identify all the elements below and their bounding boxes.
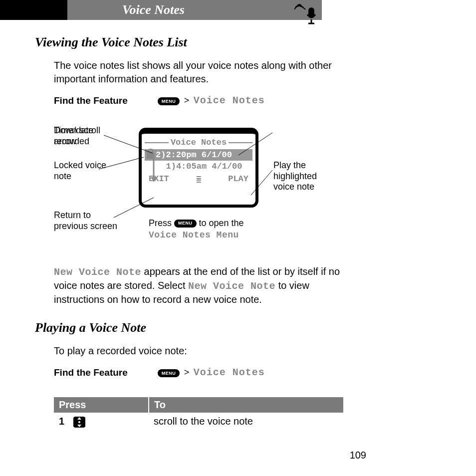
col-press: Press (54, 397, 149, 413)
new-voice-note-term2: New Voice Note (188, 280, 275, 292)
step-description: scroll to the voice note (149, 413, 343, 431)
screen-row2: 1)4:05am 4/1/00 (156, 161, 252, 172)
find-feature-label-2: Find the Feature (54, 367, 128, 378)
callout-play: Play the highlighted voice note (273, 160, 338, 193)
screen-title-row: Voice Notes (145, 138, 252, 147)
new-voice-note-term1: New Voice Note (54, 266, 141, 278)
intro-paragraph: The voice notes list shows all your voic… (54, 59, 338, 86)
path-separator-2: > (184, 367, 190, 377)
screen-row1-text: 2)2:20pm 6/1/00 (156, 150, 232, 160)
menu-caption: Press MENU to open the Voice Notes Menu (149, 218, 244, 241)
scroll-key-icon (73, 417, 85, 428)
col-to: To (149, 397, 343, 413)
callout-return: Return to previous screen (54, 210, 124, 232)
path-text-2: Voice Notes (194, 367, 265, 378)
menu-key-icon-inline: MENU (174, 220, 197, 228)
page-header-title: Voice Notes (122, 2, 185, 17)
new-voice-note-paragraph: New Voice Note appears at the end of the… (54, 265, 343, 306)
callout-locked: Locked voice note (54, 160, 109, 182)
playing-intro: To play a recorded voice note: (54, 344, 338, 358)
find-feature-label: Find the Feature (54, 95, 128, 106)
phone-screen: Voice Notes 2)2:20pm 6/1/00 1)4:05am 4/1… (139, 128, 258, 208)
find-feature-row-2: Find the Feature MENU > Voice Notes (54, 367, 436, 378)
screen-title: Voice Notes (171, 138, 227, 147)
header-black-block (0, 0, 67, 20)
path-separator: > (184, 95, 190, 105)
press-suffix: to open the (199, 218, 244, 228)
section-heading-viewing: Viewing the Voice Notes List (35, 35, 436, 50)
lock-icon (147, 152, 154, 159)
microphone-signal-icon (294, 2, 319, 29)
page-number: 109 (350, 450, 366, 461)
softkey-play: PLAY (228, 174, 248, 185)
menu-key-icon-2: MENU (158, 369, 180, 377)
press-prefix: Press (149, 218, 174, 228)
menu-path: MENU > Voice Notes (158, 95, 265, 106)
step-number: 1 (59, 416, 64, 427)
path-text: Voice Notes (194, 95, 265, 106)
procedure-table: Press To 1 scroll to the voice note (54, 397, 343, 431)
screen-row-highlighted: 2)2:20pm 6/1/00 (145, 149, 252, 161)
phone-diagram: Voice Notes 2)2:20pm 6/1/00 1)4:05am 4/1… (54, 125, 436, 255)
find-feature-row-1: Find the Feature MENU > Voice Notes (54, 95, 436, 106)
table-row: 1 scroll to the voice note (54, 413, 343, 431)
callout-timedate: Time/date recorded (54, 125, 114, 147)
menu-bars-icon: ≣ (196, 174, 201, 185)
section-heading-playing: Playing a Voice Note (35, 320, 436, 335)
menu-path-2: MENU > Voice Notes (158, 367, 265, 378)
menu-key-icon: MENU (158, 97, 180, 105)
softkey-exit: EXIT (149, 174, 169, 185)
header-band: Voice Notes (0, 0, 322, 20)
voice-notes-menu-label: Voice Notes Menu (149, 230, 239, 240)
